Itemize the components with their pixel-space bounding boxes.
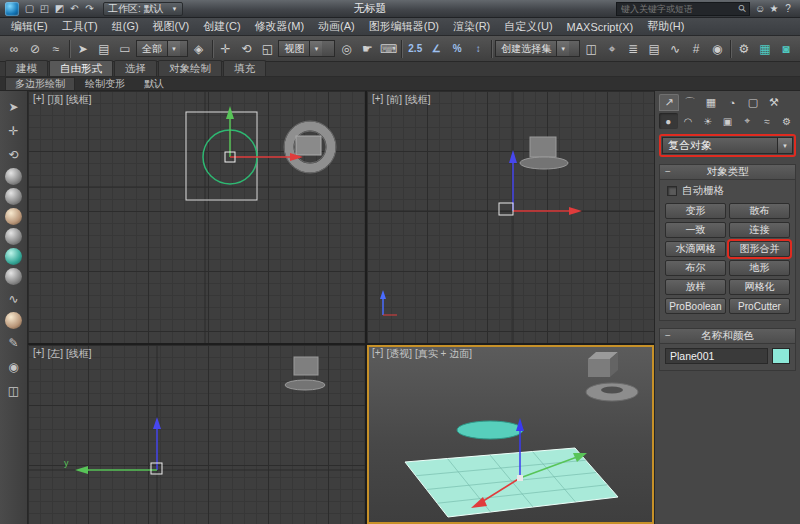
align-icon[interactable]: ⌖ <box>602 39 622 59</box>
compound-object-button[interactable]: 图形合并 <box>729 241 790 257</box>
reference-coordinate-dropdown[interactable]: 视图 ▼ <box>278 40 335 57</box>
render-production-icon[interactable]: ◙ <box>776 39 796 59</box>
transform-gizmo[interactable]: y <box>64 417 162 474</box>
mirror-icon[interactable]: ◫ <box>581 39 601 59</box>
ribbon-subtab[interactable]: 多边形绘制 <box>5 77 75 90</box>
new-scene-icon[interactable]: ▢ <box>22 2 37 16</box>
menu-item[interactable]: MAXScript(X) <box>560 18 641 35</box>
spinner-snap-icon[interactable]: ↕ <box>468 39 488 59</box>
redo-icon[interactable]: ↷ <box>82 2 97 16</box>
save-file-icon[interactable]: ◩ <box>52 2 67 16</box>
ribbon-tab[interactable]: 对象绘制 <box>158 60 222 76</box>
cameras-category[interactable]: ▣ <box>718 113 737 129</box>
viewport-perspective[interactable]: [+][透视][真实 + 边面] <box>367 345 654 524</box>
object-category-dropdown[interactable]: 复合对象 ▼ <box>662 137 793 154</box>
viewport-label-segment[interactable]: [+] <box>33 347 44 361</box>
rotate-tool-icon[interactable]: ⟲ <box>3 144 24 165</box>
viewport-top[interactable]: [+][顶][线框] <box>28 91 365 343</box>
geometry-category[interactable]: ● <box>659 113 678 129</box>
select-rotate-icon[interactable]: ⟲ <box>236 39 256 59</box>
viewport-left[interactable]: [+][左][线框] y <box>28 345 365 524</box>
angle-snap-icon[interactable]: ∠ <box>426 39 446 59</box>
bind-space-warp-icon[interactable]: ≈ <box>46 39 66 59</box>
object-name-field[interactable] <box>665 348 768 364</box>
window-crossing-icon[interactable]: ◈ <box>189 39 209 59</box>
menu-item[interactable]: 编辑(E) <box>4 18 55 35</box>
box-top-view[interactable] <box>296 136 321 155</box>
ribbon-tab[interactable]: 填充 <box>223 60 266 76</box>
viewport-label-segment[interactable]: [线框] <box>66 93 92 107</box>
select-and-link-icon[interactable]: ∞ <box>4 39 24 59</box>
symmetry-tool-icon[interactable]: ◫ <box>3 380 24 401</box>
compound-object-button[interactable]: ProBoolean <box>665 298 726 314</box>
collapse-icon[interactable]: − <box>665 166 671 177</box>
move-tool-icon[interactable]: ✛ <box>3 120 24 141</box>
viewport-label-segment[interactable]: [前] <box>386 93 402 107</box>
viewport-label-segment[interactable]: [+] <box>372 93 383 107</box>
workspace-dropdown[interactable]: 工作区: 默认 ▼ <box>103 2 183 16</box>
menu-item[interactable]: 帮助(H) <box>640 18 691 35</box>
select-scale-icon[interactable]: ◱ <box>257 39 277 59</box>
select-move-icon[interactable]: ✛ <box>215 39 235 59</box>
systems-category[interactable]: ⚙ <box>777 113 796 129</box>
schematic-view-icon[interactable]: # <box>686 39 706 59</box>
object-color-swatch[interactable] <box>772 348 790 364</box>
undo-icon[interactable]: ↶ <box>67 2 82 16</box>
menu-item[interactable]: 工具(T) <box>55 18 105 35</box>
percent-snap-icon[interactable]: % <box>447 39 467 59</box>
search-icon[interactable]: ⚲ <box>733 0 751 17</box>
circle-shape[interactable] <box>457 421 523 439</box>
compound-object-button[interactable]: 变形 <box>665 203 726 219</box>
ribbon-subtab[interactable]: 默认 <box>135 77 173 90</box>
torus-object[interactable] <box>586 383 638 401</box>
exaggerate-brush-icon[interactable] <box>5 312 22 329</box>
material-editor-icon[interactable]: ◉ <box>707 39 727 59</box>
rect-select-icon[interactable]: ▭ <box>115 39 135 59</box>
ribbon-subtab[interactable]: 绘制变形 <box>76 77 134 90</box>
utilities-tab[interactable]: ⚒ <box>764 94 784 111</box>
menu-item[interactable]: 视图(V) <box>146 18 197 35</box>
display-tab[interactable]: ▢ <box>743 94 763 111</box>
space-warps-category[interactable]: ≈ <box>758 113 777 129</box>
compound-object-button[interactable]: 放样 <box>665 279 726 295</box>
compound-object-button[interactable]: ProCutter <box>729 298 790 314</box>
viewport-label-segment[interactable]: [线框] <box>405 93 431 107</box>
compound-object-button[interactable]: 网格化 <box>729 279 790 295</box>
keyboard-override-icon[interactable]: ⌨ <box>378 39 398 59</box>
object-type-rollout-header[interactable]: − 对象类型 <box>660 165 795 180</box>
name-color-rollout-header[interactable]: − 名称和颜色 <box>660 329 795 344</box>
viewport-front[interactable]: [+][前][线框] <box>367 91 654 343</box>
menu-item[interactable]: 创建(C) <box>196 18 247 35</box>
layer-manager-icon[interactable]: ≣ <box>623 39 643 59</box>
menu-item[interactable]: 自定义(U) <box>497 18 559 35</box>
viewport-label-segment[interactable]: [顶] <box>47 93 63 107</box>
modify-tab[interactable]: ⌒ <box>680 94 700 111</box>
community-icon[interactable]: ☺ <box>753 2 767 16</box>
favorites-icon[interactable]: ★ <box>767 2 781 16</box>
box-object[interactable] <box>588 352 618 377</box>
snap-toggle-icon[interactable]: 2.5 <box>405 39 425 59</box>
viewport-label-segment[interactable]: [+] <box>33 93 44 107</box>
lights-category[interactable]: ☀ <box>698 113 717 129</box>
box-front-view[interactable] <box>530 137 556 157</box>
compound-object-button[interactable]: 布尔 <box>665 260 726 276</box>
viewport-label-segment[interactable]: [+] <box>372 347 383 361</box>
select-by-name-icon[interactable]: ▤ <box>94 39 114 59</box>
3ds-max-logo[interactable] <box>5 2 19 16</box>
paint-deform-icon[interactable]: ✎ <box>3 332 24 353</box>
menu-item[interactable]: 图形编辑器(D) <box>362 18 446 35</box>
flatten-brush-icon[interactable] <box>5 228 22 245</box>
select-object-icon[interactable]: ➤ <box>73 39 93 59</box>
compound-object-button[interactable]: 水滴网格 <box>665 241 726 257</box>
viewport-label-segment[interactable]: [线框] <box>66 347 92 361</box>
smudge-brush-icon[interactable] <box>5 208 22 225</box>
viewport-label-segment[interactable]: [左] <box>47 347 63 361</box>
autogrid-checkbox[interactable] <box>667 186 677 196</box>
unlink-icon[interactable]: ⊘ <box>25 39 45 59</box>
menu-item[interactable]: 组(G) <box>105 18 146 35</box>
graphite-ribbon-icon[interactable]: ▤ <box>644 39 664 59</box>
rendered-frame-icon[interactable]: ▦ <box>755 39 775 59</box>
ribbon-tab[interactable]: 建模 <box>5 60 48 76</box>
shape-gizmo-small[interactable] <box>380 290 397 315</box>
select-manipulate-icon[interactable]: ☛ <box>357 39 377 59</box>
